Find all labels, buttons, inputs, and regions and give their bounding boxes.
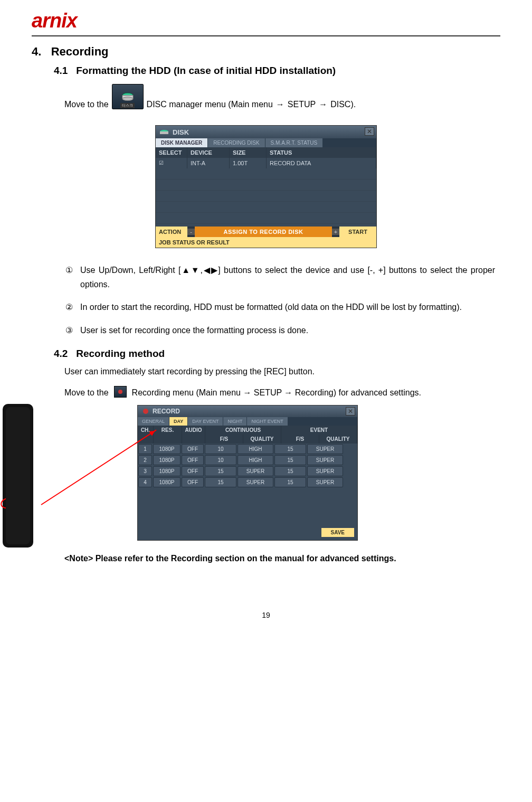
page-number: 19: [32, 611, 500, 619]
sub1-move-line: Move to the 디스크 DISC manager menu (Main …: [64, 84, 500, 109]
cell-ch[interactable]: 1: [138, 444, 152, 454]
sub1-steps: ① Use Up/Down, Left/Right [▲▼,◀▶] button…: [64, 263, 495, 337]
cell-efs[interactable]: 15: [274, 477, 306, 487]
step-text: In order to start the recording, HDD mus…: [80, 300, 462, 314]
start-button[interactable]: START: [339, 227, 376, 237]
sub2-title: Recording method: [76, 348, 165, 359]
record-window: RECORD ✕ GENERAL DAY DAY EVENT NIGHT NIG…: [137, 405, 358, 541]
tab-night-event[interactable]: NIGHT EVENT: [247, 417, 287, 426]
move-prefix: Move to the: [64, 100, 109, 109]
arrow-icon: →: [276, 100, 284, 109]
svg-rect-4: [160, 131, 168, 134]
subsection-4-2: 4.2 Recording method: [54, 348, 500, 360]
col-eq: QUALITY: [319, 435, 357, 444]
cell-efs[interactable]: 15: [274, 466, 306, 476]
disk-title: DISK: [173, 128, 189, 136]
rec-button-highlight: [0, 496, 15, 510]
col-size: SIZE: [230, 147, 267, 158]
cell-ch[interactable]: 2: [138, 455, 152, 465]
table-row: 21080POFF10HIGH15SUPER: [138, 455, 357, 466]
cell-res[interactable]: 1080P: [153, 455, 180, 465]
record-tabs: GENERAL DAY DAY EVENT NIGHT NIGHT EVENT: [138, 417, 357, 426]
spin-left[interactable]: -: [187, 229, 195, 235]
remote-buttons: [8, 409, 28, 542]
cell-cq[interactable]: HIGH: [238, 455, 273, 465]
cell-eq[interactable]: SUPER: [307, 466, 343, 476]
cell-cfs[interactable]: 15: [205, 466, 236, 476]
record-empty: [138, 488, 357, 525]
cell-eq[interactable]: SUPER: [307, 477, 343, 487]
record-title-bar: RECORD ✕: [138, 405, 357, 417]
cell-audio[interactable]: OFF: [182, 455, 204, 465]
disk-title-bar: DISK ✕: [156, 126, 376, 138]
cell-res[interactable]: 1080P: [153, 444, 180, 454]
header-rule: [32, 35, 500, 36]
svg-point-6: [143, 409, 148, 414]
cell-res[interactable]: 1080P: [153, 477, 180, 487]
spin-right[interactable]: +: [332, 229, 339, 235]
list-item: ③ User is set for recording once the for…: [64, 323, 495, 337]
cell-efs[interactable]: 15: [274, 455, 306, 465]
cell-eq[interactable]: SUPER: [307, 455, 343, 465]
disk-table-row[interactable]: ☑ INT-A 1.00T RECORD DATA: [156, 158, 376, 168]
table-row: 31080POFF15SUPER15SUPER: [138, 466, 357, 477]
record-table-header: CH. RES. AUDIO CONTINUOUS EVENT F/S QUAL…: [138, 426, 357, 444]
cell-cq[interactable]: SUPER: [238, 477, 273, 487]
tab-recording-disk[interactable]: RECORDING DISK: [208, 138, 264, 147]
close-icon[interactable]: ✕: [365, 127, 374, 136]
hdd-icon: [119, 90, 137, 103]
cell-ch[interactable]: 4: [138, 477, 152, 487]
row-check[interactable]: ☑: [156, 158, 187, 168]
tab-night[interactable]: NIGHT: [223, 417, 246, 426]
step-text: User is set for recording once the forma…: [80, 323, 308, 337]
close-icon[interactable]: ✕: [346, 407, 355, 416]
marker: ③: [64, 323, 74, 337]
cell-audio[interactable]: OFF: [182, 444, 204, 454]
svg-point-2: [122, 97, 132, 101]
col-select: SELECT: [156, 147, 187, 158]
list-item: ② In order to start the recording, HDD m…: [64, 300, 495, 314]
cell-cfs[interactable]: 15: [205, 477, 236, 487]
remote-control: [3, 404, 33, 548]
assign-button[interactable]: ASSIGN TO RECORD DISK: [195, 227, 332, 237]
job-status: JOB STATUS OR RESULT: [156, 237, 376, 248]
col-res: RES.: [154, 426, 182, 444]
action-label: ACTION: [156, 227, 187, 237]
tab-smart-status[interactable]: S.M.A.R.T. STATUS: [265, 138, 323, 147]
record-menu-icon: [114, 386, 127, 398]
cell-ch[interactable]: 3: [138, 466, 152, 476]
record-row: RECORD ✕ GENERAL DAY DAY EVENT NIGHT NIG…: [32, 405, 500, 548]
move-prefix: Move to the: [64, 388, 109, 398]
cell-audio[interactable]: OFF: [182, 466, 204, 476]
save-button[interactable]: SAVE: [321, 528, 355, 537]
move-suffix-b: SETUP: [288, 100, 316, 109]
cell-efs[interactable]: 15: [274, 444, 306, 454]
record-title: RECORD: [153, 408, 180, 415]
tab-general[interactable]: GENERAL: [138, 417, 169, 426]
sub1-title: Formatting the HDD (In case of initial H…: [76, 65, 336, 76]
section-title: Recording: [51, 45, 109, 58]
cell-audio[interactable]: OFF: [182, 477, 204, 487]
hdd-icon: [159, 128, 169, 136]
col-status: STATUS: [267, 147, 376, 158]
cell-cfs[interactable]: 10: [205, 455, 236, 465]
disk-table-header: SELECT DEVICE SIZE STATUS: [156, 147, 376, 158]
table-row: 11080POFF10HIGH15SUPER: [138, 444, 357, 455]
move-suffix: Recording menu (Main menu → SETUP → Reco…: [132, 388, 421, 398]
note: <Note> Please refer to the Recording sec…: [64, 554, 500, 563]
tab-day-event[interactable]: DAY EVENT: [188, 417, 223, 426]
col-audio: AUDIO: [182, 426, 205, 444]
cell-cq[interactable]: SUPER: [238, 466, 273, 476]
record-rows: 11080POFF10HIGH15SUPER21080POFF10HIGH15S…: [138, 444, 357, 488]
cell-eq[interactable]: SUPER: [307, 444, 343, 454]
tab-day[interactable]: DAY: [169, 417, 187, 426]
row-device: INT-A: [187, 158, 230, 168]
cell-cfs[interactable]: 10: [205, 444, 236, 454]
tab-disk-manager[interactable]: DISK MANAGER: [156, 138, 207, 147]
move-suffix-c: DISC).: [330, 100, 356, 109]
remote-dpad: [7, 455, 29, 477]
logo-row: arnix: [32, 10, 500, 32]
marker: ①: [64, 263, 74, 291]
cell-res[interactable]: 1080P: [153, 466, 180, 476]
cell-cq[interactable]: HIGH: [238, 444, 273, 454]
